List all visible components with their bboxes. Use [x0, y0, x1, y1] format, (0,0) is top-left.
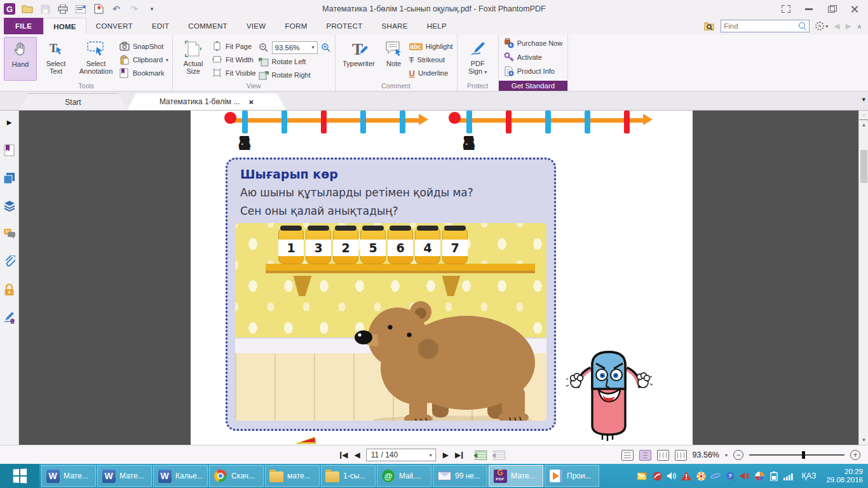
tab-convert[interactable]: CONVERT [86, 18, 142, 34]
split-view-handle[interactable]: ⹀ [859, 111, 868, 120]
fit-width-button[interactable]: Fit Width [212, 54, 255, 65]
planet-app-icon[interactable] [710, 471, 721, 481]
page-thumbnails-panel-icon[interactable] [3, 172, 16, 184]
tab-form[interactable]: FORM [275, 18, 316, 34]
customize-qat-icon[interactable]: ▾ [146, 3, 158, 15]
print-icon[interactable] [57, 3, 69, 15]
select-annotation-button[interactable]: Select Annotation [75, 37, 117, 81]
tab-edit[interactable]: EDIT [142, 18, 179, 34]
clipboard-button[interactable]: Clipboard ▾ [119, 54, 168, 65]
start-button[interactable] [0, 464, 39, 488]
find-next-icon[interactable]: ▶ [845, 22, 851, 30]
next-view-icon[interactable] [493, 451, 505, 460]
tab-home[interactable]: HOME [43, 18, 86, 34]
clock[interactable]: 20:29 29.08.2016 [826, 468, 863, 484]
get-standard-banner[interactable]: Get Standard [499, 81, 568, 91]
product-info-button[interactable]: Product Info [504, 65, 563, 77]
fullscreen-icon[interactable] [782, 5, 790, 13]
clipboard-dropdown-icon[interactable]: ▾ [166, 57, 168, 63]
attachments-panel-icon[interactable] [3, 255, 16, 268]
zoom-out-icon[interactable] [259, 43, 269, 53]
open-file-icon[interactable] [22, 3, 33, 15]
redo-icon[interactable]: ↷ [128, 3, 140, 15]
highlight-button[interactable]: abc Highlight [409, 41, 453, 52]
close-tab-icon[interactable]: × [248, 97, 254, 107]
first-page-button[interactable]: ◀ [339, 451, 348, 459]
fit-visible-button[interactable]: Fit Visible [212, 67, 255, 79]
language-indicator[interactable]: ҚАЗ [801, 471, 816, 480]
taskbar-mailru-agent[interactable]: @Mail.... [377, 465, 431, 487]
close-icon[interactable] [850, 5, 859, 13]
scroll-up-icon[interactable]: ▲ [859, 120, 868, 130]
select-text-button[interactable]: T Select Text [39, 37, 72, 81]
tab-comment[interactable]: COMMENT [179, 18, 237, 34]
taskbar-mail[interactable]: 99 не... [433, 465, 487, 487]
minimize-icon[interactable] [804, 5, 813, 13]
underline-button[interactable]: U Underline [409, 67, 453, 79]
find-prev-icon[interactable]: ◀ [834, 22, 839, 30]
next-page-button[interactable]: ▶ [443, 451, 449, 459]
red-app-icon[interactable] [652, 471, 662, 481]
previous-page-button[interactable]: ◀ [355, 451, 360, 459]
bookmarks-panel-icon[interactable] [3, 144, 16, 156]
taskbar-folder-2[interactable]: 1-сы... [321, 465, 376, 487]
tab-list-dropdown-icon[interactable]: ▾ [862, 95, 865, 104]
previous-view-icon[interactable] [475, 451, 487, 460]
taskbar-media-player[interactable]: Прои... [545, 465, 599, 487]
digital-signature-panel-icon[interactable] [3, 311, 16, 324]
bookmark-button[interactable]: Bookmark [119, 67, 168, 79]
taskbar-word-2[interactable]: WМате... [97, 465, 152, 487]
scrollbar-thumb[interactable] [860, 150, 867, 183]
layers-panel-icon[interactable] [3, 200, 16, 212]
flower-app-icon[interactable] [696, 471, 706, 481]
doc-tab-active[interactable]: Математика 1-бөлім ... × [127, 93, 286, 110]
taskbar-word-1[interactable]: WМате... [41, 465, 96, 487]
tab-view[interactable]: VIEW [237, 18, 276, 34]
continuous-facing-view-icon[interactable] [675, 450, 687, 461]
zoom-in-button[interactable]: + [850, 450, 860, 460]
zoom-slider-handle[interactable] [802, 451, 805, 459]
vertical-scrollbar[interactable]: ⹀ ▲ ▼ [858, 111, 868, 445]
search-folder-icon[interactable] [704, 22, 715, 30]
zoom-combo[interactable]: 93.56%▾ [272, 41, 318, 54]
find-options[interactable]: ▾ [815, 22, 828, 30]
hand-tool-button[interactable]: Hand [4, 37, 37, 81]
tab-file[interactable]: FILE [4, 18, 43, 34]
collapse-ribbon-icon[interactable]: ∧ [857, 23, 862, 30]
continuous-view-icon[interactable] [639, 450, 651, 461]
tab-help[interactable]: HELP [417, 18, 456, 34]
tab-share[interactable]: SHARE [372, 18, 417, 34]
rotate-left-button[interactable]: Rotate Left [259, 57, 331, 68]
security-panel-icon[interactable] [3, 283, 16, 296]
volume-icon[interactable] [667, 471, 677, 481]
pdf-sign-button[interactable]: PDFSign ▾ [461, 37, 494, 81]
note-button[interactable]: Note [381, 37, 407, 81]
fit-page-button[interactable]: Fit Page [212, 41, 255, 52]
zoom-in-icon[interactable] [321, 43, 331, 53]
facing-view-icon[interactable] [657, 450, 669, 461]
last-page-button[interactable]: ▶ [455, 451, 463, 459]
find-input[interactable] [724, 22, 799, 30]
actual-size-button[interactable]: Actual Size [177, 37, 210, 81]
red-volume-icon[interactable] [740, 471, 750, 481]
single-page-view-icon[interactable] [621, 450, 634, 461]
taskbar-foxit[interactable]: GPDFМате... [489, 465, 543, 487]
battery-icon[interactable] [769, 471, 779, 481]
purchase-now-button[interactable]: Purchase Now [504, 37, 563, 49]
mail-notifier-icon[interactable] [637, 471, 648, 481]
taskbar-word-3[interactable]: WКалье... [153, 465, 208, 487]
snapshot-button[interactable]: SnapShot [119, 41, 168, 52]
comments-panel-icon[interactable] [3, 227, 16, 240]
zoom-slider[interactable] [749, 454, 844, 456]
typewriter-button[interactable]: T Typewriter [339, 37, 379, 81]
activate-button[interactable]: Activate [504, 51, 563, 63]
strikeout-button[interactable]: T Strikeout [409, 54, 453, 65]
new-document-icon[interactable] [93, 3, 104, 15]
network-signal-icon[interactable] [783, 471, 794, 481]
zoom-dropdown-icon[interactable]: ▾ [725, 452, 728, 458]
tab-protect[interactable]: PROTECT [317, 18, 372, 34]
taskbar-folder-1[interactable]: мате... [265, 465, 320, 487]
email-icon[interactable] [75, 3, 86, 15]
warning-icon[interactable] [681, 471, 691, 481]
foxit-logo-icon[interactable]: G [4, 3, 15, 15]
